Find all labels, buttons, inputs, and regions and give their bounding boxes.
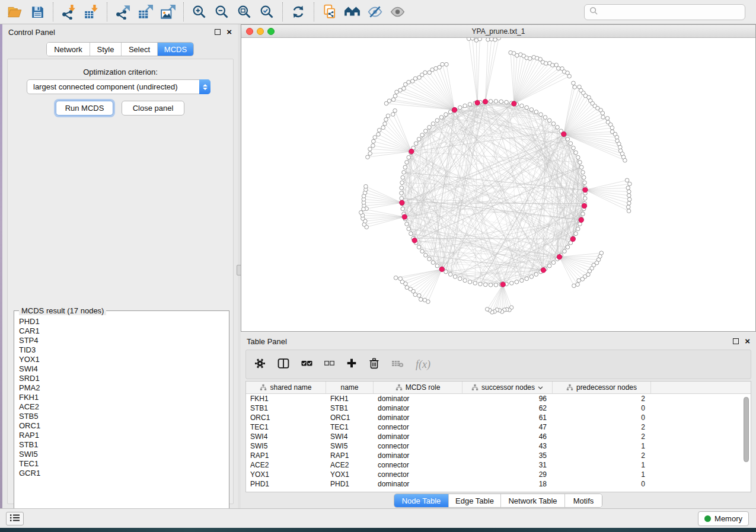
table-cell[interactable]: FKH1	[246, 394, 326, 403]
graph-node[interactable]	[547, 264, 551, 268]
graph-node-mcds[interactable]	[512, 101, 516, 106]
table-cell[interactable]: YOX1	[246, 470, 326, 479]
zoom-out-button[interactable]	[210, 1, 233, 23]
graph-node[interactable]	[581, 171, 585, 175]
graph-node[interactable]	[359, 210, 363, 214]
tab-motifs[interactable]: Motifs	[565, 494, 602, 507]
mcds-result-item[interactable]: FKH1	[19, 393, 224, 402]
graph-node[interactable]	[509, 281, 513, 286]
add-column-button[interactable]	[346, 358, 357, 371]
graph-node[interactable]	[387, 99, 391, 103]
graph-node[interactable]	[424, 254, 428, 258]
graph-node[interactable]	[551, 261, 556, 265]
graph-node[interactable]	[556, 126, 560, 130]
graph-node-mcds[interactable]	[557, 254, 562, 259]
mcds-result-item[interactable]: SRD1	[19, 374, 224, 383]
zoom-in-button[interactable]	[188, 1, 210, 23]
function-builder-button[interactable]: f(x)	[416, 358, 430, 371]
network-canvas[interactable]	[241, 38, 755, 331]
mcds-result-item[interactable]: SWI4	[19, 364, 224, 374]
table-row[interactable]: RAP1RAP1dominator352	[246, 451, 751, 460]
graph-node[interactable]	[391, 113, 395, 117]
graph-node[interactable]	[407, 80, 411, 84]
graph-node[interactable]	[534, 110, 538, 114]
close-panel-icon[interactable]: ×	[227, 29, 232, 35]
column-chooser-button[interactable]	[277, 358, 289, 371]
import-table-button[interactable]	[80, 1, 103, 23]
graph-node[interactable]	[398, 277, 403, 281]
graph-node[interactable]	[362, 207, 366, 211]
mcds-result-list[interactable]: PHD1CAR1STP4TID3YOX1SWI4SRD1PMA2FKH1ACE2…	[19, 317, 224, 524]
table-cell[interactable]	[651, 479, 751, 489]
hide-selected-button[interactable]	[363, 1, 386, 23]
graph-node[interactable]	[576, 283, 580, 287]
table-cell[interactable]: 0	[553, 403, 651, 413]
run-mcds-button[interactable]: Run MCDS	[56, 101, 113, 116]
column-header-predecessor-nodes[interactable]: predecessor nodes	[553, 382, 651, 393]
graph-node[interactable]	[550, 63, 554, 68]
graph-node[interactable]	[583, 181, 587, 185]
zoom-selected-button[interactable]	[256, 1, 278, 23]
graph-node[interactable]	[441, 62, 445, 66]
graph-node[interactable]	[601, 111, 605, 116]
graph-node[interactable]	[448, 273, 452, 277]
graph-node[interactable]	[489, 283, 493, 287]
table-cell[interactable]: RAP1	[326, 451, 374, 460]
table-cell[interactable]: STB1	[326, 403, 374, 413]
graph-node[interactable]	[494, 100, 498, 104]
search-box[interactable]	[584, 4, 745, 20]
graph-node[interactable]	[405, 286, 409, 290]
table-cell[interactable]: ACE2	[326, 460, 374, 470]
graph-node[interactable]	[626, 186, 630, 190]
table-cell[interactable]: ACE2	[246, 460, 326, 470]
open-file-button[interactable]	[4, 1, 26, 23]
table-cell[interactable]: PHD1	[326, 479, 374, 489]
graph-node-mcds[interactable]	[475, 100, 480, 105]
table-cell[interactable]: TEC1	[326, 422, 374, 432]
graph-node[interactable]	[579, 165, 583, 169]
graph-node[interactable]	[539, 113, 543, 117]
graph-node[interactable]	[420, 133, 425, 137]
mcds-result-item[interactable]: CAR1	[19, 326, 224, 336]
graph-node[interactable]	[627, 209, 631, 213]
graph-node[interactable]	[393, 94, 397, 98]
table-cell[interactable]: SWI5	[246, 441, 326, 451]
graph-node[interactable]	[572, 284, 576, 288]
graph-node[interactable]	[467, 38, 471, 41]
table-cell[interactable]: dominator	[374, 413, 462, 422]
graph-node[interactable]	[563, 249, 567, 254]
graph-node-mcds[interactable]	[579, 217, 583, 222]
graph-node-mcds[interactable]	[582, 203, 586, 208]
graph-node[interactable]	[384, 117, 388, 121]
graph-node[interactable]	[471, 38, 475, 40]
graph-node[interactable]	[544, 62, 548, 66]
mcds-result-item[interactable]: TEC1	[19, 459, 224, 469]
table-row[interactable]: ORC1ORC1dominator610	[246, 413, 751, 422]
graph-node[interactable]	[547, 118, 551, 123]
column-header-mcds-role[interactable]: MCDS role	[374, 382, 462, 393]
close-panel-icon[interactable]: ×	[745, 338, 750, 344]
graph-node[interactable]	[483, 283, 487, 287]
mcds-result-item[interactable]: SWI5	[19, 450, 224, 459]
graph-node[interactable]	[576, 155, 580, 159]
float-panel-icon[interactable]	[733, 338, 739, 344]
graph-node[interactable]	[582, 175, 586, 180]
graph-node[interactable]	[569, 142, 573, 146]
table-cell[interactable]	[651, 451, 751, 460]
table-cell[interactable]: 0	[553, 479, 651, 489]
graph-node[interactable]	[407, 155, 411, 159]
table-cell[interactable]: SWI4	[326, 432, 374, 441]
graph-node[interactable]	[377, 128, 381, 132]
graph-node[interactable]	[486, 38, 490, 41]
graph-node[interactable]	[402, 171, 406, 175]
graph-node-mcds[interactable]	[400, 200, 404, 205]
mcds-result-item[interactable]: STB5	[19, 412, 224, 421]
graph-node[interactable]	[400, 191, 404, 196]
graph-node[interactable]	[383, 122, 387, 126]
graph-node[interactable]	[405, 161, 409, 165]
table-row[interactable]: TEC1TEC1connector472	[246, 422, 751, 432]
table-row[interactable]: SWI4SWI4dominator462	[246, 432, 751, 441]
table-cell[interactable]	[651, 422, 751, 432]
graph-node[interactable]	[505, 100, 509, 104]
graph-node[interactable]	[458, 105, 462, 110]
